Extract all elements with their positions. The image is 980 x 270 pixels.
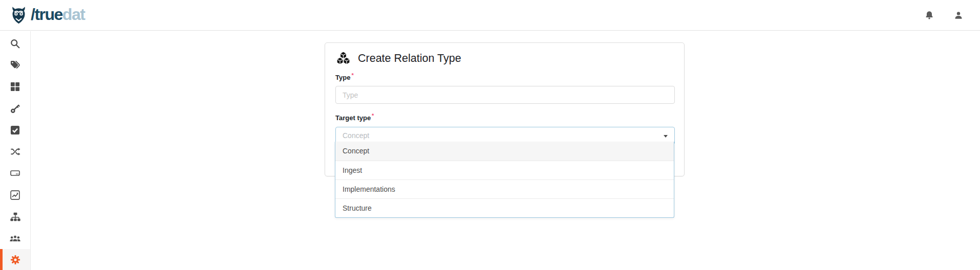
type-field-label: Type* [335,72,674,81]
chevron-down-icon [664,135,668,138]
sitemap-icon [10,212,20,221]
search-icon [10,39,20,49]
target-type-required-asterisk: * [372,112,374,119]
sidebar-item-tags[interactable] [0,54,30,76]
sidebar-item-sources[interactable] [0,163,30,184]
type-required-asterisk: * [351,72,353,78]
sidebar-item-settings[interactable] [0,249,30,270]
dropdown-option-concept[interactable]: Concept [335,142,674,161]
hdd-icon [10,168,20,178]
chart-line-icon [10,190,20,200]
top-navbar: /truedat [0,0,980,31]
brand-primary-text: true [34,5,62,24]
bell-icon [925,11,934,20]
truedat-logo[interactable]: /truedat [9,6,84,25]
key-icon [10,104,20,114]
navbar-actions [924,10,971,21]
sidebar-item-modules[interactable] [0,76,30,98]
sidebar-item-users[interactable] [0,228,30,249]
sidebar-item-lineage[interactable] [0,206,30,227]
cubes-icon [335,51,351,65]
shuffle-icon [10,147,20,156]
user-menu-button[interactable] [953,10,964,21]
target-type-select-placeholder: Concept [343,131,369,140]
brand-wordmark: /truedat [31,6,84,22]
owl-logo-icon [9,6,28,25]
sidebar-item-rules[interactable] [0,119,30,141]
type-input[interactable] [335,86,675,104]
check-square-icon [10,125,20,135]
sidebar-item-search[interactable] [0,33,30,54]
sidebar-item-relations[interactable] [0,141,30,162]
sidebar-item-permissions[interactable] [0,98,30,119]
grid-icon [10,82,20,92]
notifications-button[interactable] [924,10,935,21]
users-icon [10,234,20,243]
target-type-field-label: Target type* [335,112,674,122]
dropdown-option-structure[interactable]: Structure [335,198,674,217]
type-label-text: Type [335,74,350,81]
dropdown-option-implementations[interactable]: Implementations [335,179,674,198]
tags-icon [10,60,20,70]
brand-secondary-text: dat [62,5,85,24]
target-type-label-text: Target type [335,115,371,122]
card-header: Create Relation Type [325,43,684,65]
page-title: Create Relation Type [358,52,461,65]
gear-icon [10,255,20,265]
sidebar-item-quality-charts[interactable] [0,184,30,206]
left-sidebar [0,31,31,270]
dropdown-option-ingest[interactable]: Ingest [335,161,674,179]
target-type-dropdown-menu: Concept Ingest Implementations Structure [335,142,674,218]
user-icon [954,11,963,20]
